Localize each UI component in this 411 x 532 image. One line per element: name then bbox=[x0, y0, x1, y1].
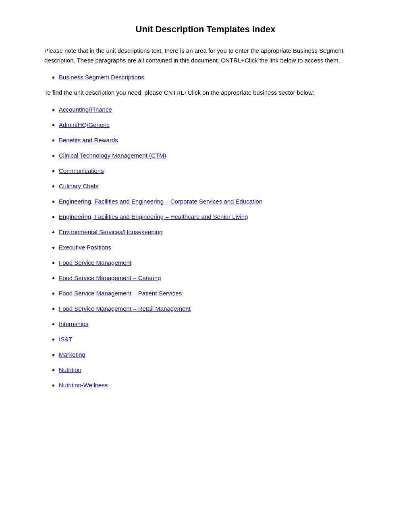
sector-link-item: Food Service Management bbox=[59, 258, 367, 268]
sector-link[interactable]: Executive Positions bbox=[59, 244, 111, 251]
top-link[interactable]: Business Segment Descriptions bbox=[59, 74, 144, 81]
sector-link[interactable]: Engineering, Facilities and Engineering … bbox=[59, 198, 262, 205]
sector-link-item: Marketing bbox=[59, 350, 367, 360]
sector-link[interactable]: Marketing bbox=[59, 351, 85, 358]
sector-link-item: Food Service Management – Patient Servic… bbox=[59, 289, 367, 298]
sector-link[interactable]: Benefits and Rewards bbox=[59, 137, 118, 143]
sector-link-item: Engineering, Facilities and Engineering … bbox=[59, 197, 367, 206]
sector-link[interactable]: Nutrition bbox=[59, 366, 81, 373]
sector-link-item: Executive Positions bbox=[59, 243, 367, 252]
sector-link-item: Food Service Management – Catering bbox=[59, 273, 367, 283]
sector-link-item: Nutrition bbox=[59, 365, 367, 375]
sector-links-list: Accounting/FinanceAdmin/HQ/GenericBenefi… bbox=[59, 105, 367, 390]
sector-link-item: Clinical Technology Management (CTM) bbox=[59, 151, 367, 160]
sector-link[interactable]: Culinary Chefs bbox=[59, 183, 98, 189]
sector-link[interactable]: Environmental Services/Housekeeping bbox=[59, 229, 163, 235]
sector-link[interactable]: Food Service Management – Retail Managem… bbox=[59, 305, 191, 312]
sector-link[interactable]: Internships bbox=[59, 320, 88, 327]
top-link-item: Business Segment Descriptions bbox=[59, 73, 367, 82]
sector-link[interactable]: Food Service Management – Catering bbox=[59, 274, 161, 281]
sector-link-item: Nutrition-Wellness bbox=[59, 380, 367, 390]
sector-link[interactable]: Food Service Management bbox=[59, 259, 131, 266]
sector-link-item: Benefits and Rewards bbox=[59, 135, 367, 145]
instruction-paragraph: To find the unit description you need, p… bbox=[44, 88, 367, 98]
sector-link[interactable]: Communications bbox=[59, 167, 104, 174]
sector-link-item: Food Service Management – Retail Managem… bbox=[59, 304, 367, 314]
sector-link-item: IS&T bbox=[59, 335, 367, 344]
top-links-list: Business Segment Descriptions bbox=[59, 73, 367, 82]
page-title: Unit Description Templates Index bbox=[44, 24, 367, 35]
sector-link[interactable]: Nutrition-Wellness bbox=[59, 382, 108, 389]
sector-link[interactable]: Engineering, Facilities and Engineering … bbox=[59, 213, 248, 220]
sector-link-item: Admin/HQ/Generic bbox=[59, 120, 367, 130]
sector-link-item: Accounting/Finance bbox=[59, 105, 367, 114]
sector-link-item: Engineering, Facilities and Engineering … bbox=[59, 212, 367, 222]
sector-link-item: Environmental Services/Housekeeping bbox=[59, 227, 367, 237]
intro-paragraph: Please note that in the unit description… bbox=[44, 46, 367, 65]
sector-link-item: Internships bbox=[59, 319, 367, 329]
sector-link-item: Communications bbox=[59, 166, 367, 176]
sector-link[interactable]: Clinical Technology Management (CTM) bbox=[59, 152, 166, 159]
sector-link[interactable]: Admin/HQ/Generic bbox=[59, 121, 110, 128]
sector-link-item: Culinary Chefs bbox=[59, 181, 367, 191]
sector-link[interactable]: Food Service Management – Patient Servic… bbox=[59, 290, 182, 297]
sector-link[interactable]: Accounting/Finance bbox=[59, 106, 112, 113]
sector-link[interactable]: IS&T bbox=[59, 336, 72, 343]
